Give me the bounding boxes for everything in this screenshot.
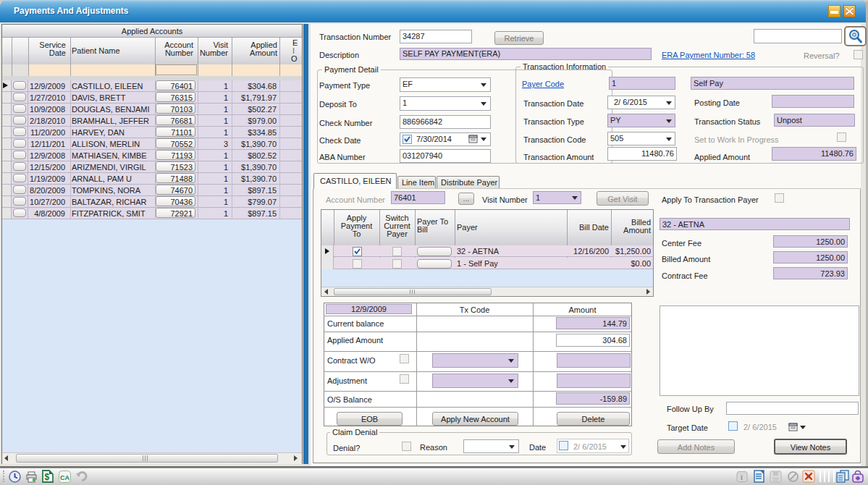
svg-text:CA: CA bbox=[60, 474, 69, 481]
svg-text:$: $ bbox=[45, 472, 50, 482]
svg-text:i: i bbox=[741, 473, 743, 481]
